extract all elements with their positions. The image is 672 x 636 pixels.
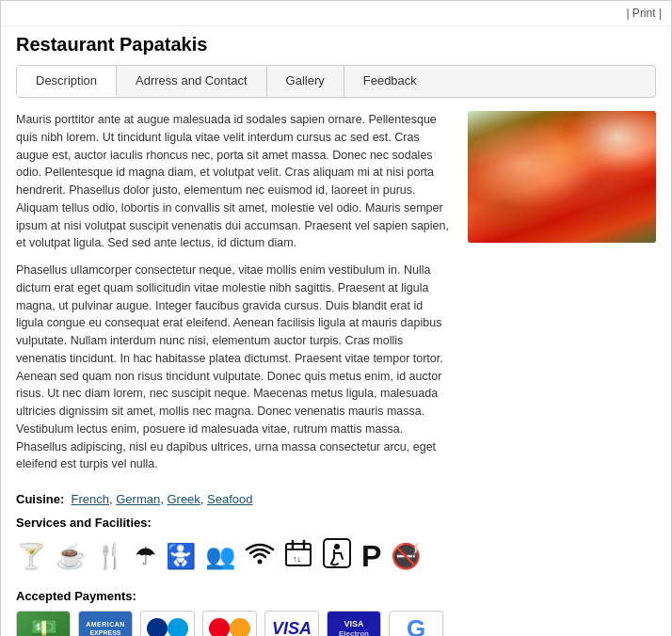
amex-line2: EXPRESS <box>86 628 125 636</box>
coffee-icon: ☕ <box>56 542 86 571</box>
cuisine-line: Cuisine: French, German, Greek, Seafood <box>16 492 656 506</box>
amex-card: AMERICAN EXPRESS <box>78 611 133 636</box>
mastercard-card: MasterCard <box>202 611 257 636</box>
baby-icon: 🚼 <box>166 542 196 571</box>
facilities-row: 🍸 ☕ 🍴 ☂ 🚼 👥 <box>16 537 656 576</box>
description-para2: Phasellus ullamcorper consectetur neque,… <box>16 262 453 473</box>
visa-electron-line2: Electron <box>339 629 369 636</box>
payments-title: Accepted Payments: <box>16 589 656 603</box>
facilities-title: Services and Facilities: <box>16 516 656 530</box>
food-image <box>468 111 656 243</box>
print-link[interactable]: | Print | <box>626 7 662 20</box>
main-content: Mauris porttitor ante at augue malesuada… <box>16 111 656 483</box>
cocktail-icon: 🍸 <box>16 542 46 571</box>
tab-description[interactable]: Description <box>17 66 117 97</box>
page-wrapper: | Print | Restaurant Papatakis Descripti… <box>0 0 672 636</box>
visa-electron-line1: VISA <box>339 619 369 629</box>
calendar-icon: ↑↓ <box>284 539 312 574</box>
google-card: G <box>389 611 443 636</box>
cash-card: 💵 <box>16 611 71 636</box>
group-icon: 👥 <box>205 542 235 571</box>
payments-row: 💵 AMERICAN EXPRESS maestro MasterCard <box>16 611 656 636</box>
wifi-icon <box>245 540 275 573</box>
visa-electron-card: VISA Electron <box>327 611 381 636</box>
restaurant-icon: 🍴 <box>95 542 125 571</box>
page-title: Restaurant Papatakis <box>16 34 656 56</box>
svg-point-0 <box>258 560 263 564</box>
cuisine-greek[interactable]: Greek <box>167 492 200 506</box>
amex-line1: AMERICAN <box>86 620 125 628</box>
cuisine-label: Cuisine: <box>16 492 64 506</box>
umbrella-icon: ☂ <box>135 542 156 571</box>
disabled-icon <box>322 537 352 576</box>
content-area: Restaurant Papatakis Description Adrress… <box>1 26 671 636</box>
tabs-bar: Description Adrress and Contact Gallery … <box>16 65 656 98</box>
svg-point-7 <box>334 544 340 549</box>
visa-card: VISA <box>264 611 319 636</box>
google-label: G <box>407 614 425 637</box>
visa-label: VISA <box>272 619 312 637</box>
tab-feedback[interactable]: Feedback <box>344 66 436 97</box>
maestro-card: maestro <box>140 611 195 636</box>
cuisine-seafood[interactable]: Seafood <box>207 492 252 506</box>
tab-address[interactable]: Adrress and Contact <box>117 66 267 97</box>
text-column: Mauris porttitor ante at augue malesuada… <box>16 111 453 483</box>
image-column <box>468 111 656 483</box>
svg-text:↑↓: ↑↓ <box>293 554 301 564</box>
parking-icon: P <box>361 539 381 574</box>
food-image-inner <box>468 111 656 243</box>
top-bar: | Print | <box>1 1 671 26</box>
description-para1: Mauris porttitor ante at augue malesuada… <box>16 111 453 252</box>
cuisine-french[interactable]: French <box>72 492 109 506</box>
cuisine-german[interactable]: German <box>116 492 160 506</box>
tab-gallery[interactable]: Gallery <box>267 66 344 97</box>
nosmoking-icon: 🚭 <box>391 542 421 571</box>
